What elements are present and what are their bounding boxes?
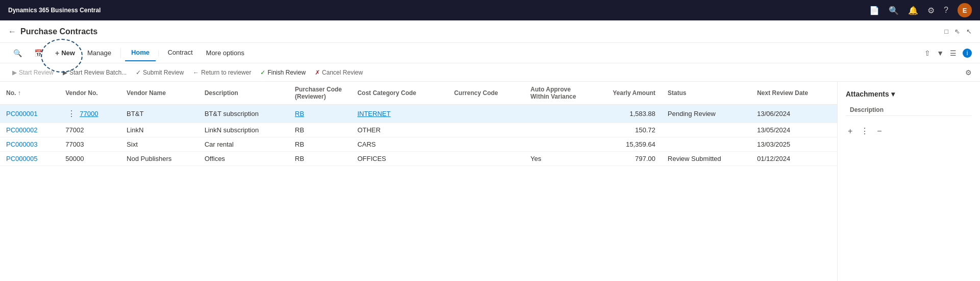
cell-no[interactable]: PC000001 [0, 105, 59, 123]
sidebar-actions: + ⋮ − [846, 124, 972, 138]
col-vendor-name[interactable]: Vendor Name [120, 82, 199, 105]
submit-icon: ✓ [136, 69, 141, 76]
cell-vendor-name: Sixt [120, 137, 199, 152]
tab-home[interactable]: Home [125, 44, 156, 61]
col-yearly-amount[interactable]: Yearly Amount [587, 82, 662, 105]
nav-tabs: Home | Contract [125, 44, 199, 61]
finish-review-button[interactable]: ✓ Finish Review [256, 67, 310, 78]
cell-vendor-no: ⋮ 77000 [59, 105, 120, 123]
top-bar-left: Dynamics 365 Business Central [8, 7, 101, 14]
col-status[interactable]: Status [662, 82, 751, 105]
contract-link[interactable]: PC000001 [6, 110, 37, 118]
play-icon: ▶ [12, 69, 17, 76]
col-purchaser-code[interactable]: Purchaser Code (Reviewer) [289, 82, 351, 105]
page-header-right: □ ⇖ ↖ [944, 28, 972, 35]
table-row[interactable]: PC000002 77002 LinkN LinkN subscription … [0, 123, 837, 137]
col-description[interactable]: Description [199, 82, 289, 105]
col-vendor-no[interactable]: Vendor No. [59, 82, 120, 105]
toolbar-divider-1 [120, 48, 121, 58]
submit-review-button[interactable]: ✓ Submit Review [132, 67, 188, 78]
info-icon[interactable]: i [963, 49, 972, 58]
cell-next-review-date: 13/03/2025 [751, 137, 837, 152]
page-header: ← Purchase Contracts □ ⇖ ↖ [0, 20, 980, 43]
start-review-button[interactable]: ▶ Start Review [8, 67, 58, 78]
share-icon[interactable]: ⇧ [924, 49, 930, 57]
toolbar-right: ⇧ ▼ ☰ i [924, 49, 972, 58]
chevron-down-icon[interactable]: ▾ [891, 90, 895, 98]
cell-vendor-name: BT&T [120, 105, 199, 123]
action-bar: ▶ Start Review ▶ Start Review Batch... ✓… [0, 63, 980, 82]
return-icon: ← [193, 69, 199, 76]
table-row[interactable]: PC000005 50000 Nod Publishers Offices RB… [0, 152, 837, 166]
table-row[interactable]: PC000001 ⋮ 77000 BT&T BT&T subscription … [0, 105, 837, 123]
help-icon[interactable]: ? [944, 6, 948, 15]
cell-yearly-amount: 150.72 [587, 123, 662, 137]
calendar-button[interactable]: 📅 [29, 47, 48, 59]
table-row[interactable]: PC000003 77003 Sixt Car rental RB CARS 1… [0, 137, 837, 152]
col-next-review-date[interactable]: Next Review Date [751, 82, 837, 105]
cell-no[interactable]: PC000003 [0, 137, 59, 152]
new-button[interactable]: + New [50, 47, 80, 59]
manage-button[interactable]: Manage [82, 47, 116, 59]
fullscreen-icon[interactable]: ↖ [966, 28, 972, 35]
cancel-review-button[interactable]: ✗ Cancel Review [311, 67, 367, 78]
more-options-button[interactable]: More options [201, 47, 250, 59]
back-button[interactable]: ← [8, 27, 16, 36]
tab-contract[interactable]: Contract [161, 44, 199, 61]
action-bar-right: ⚙ [965, 68, 972, 77]
cell-purchaser-code: RB [289, 105, 351, 123]
cell-cost-category: CARS [351, 137, 448, 152]
cell-auto-approve: Yes [524, 152, 586, 166]
col-auto-approve[interactable]: Auto Approve Within Variance [524, 82, 586, 105]
col-cost-category[interactable]: Cost Category Code [351, 82, 448, 105]
vendor-no-link[interactable]: 77000 [80, 110, 98, 118]
cell-cost-category: INTERNET [351, 105, 448, 123]
search-icon: 🔍 [13, 49, 22, 57]
action-bar-left: ▶ Start Review ▶ Start Review Batch... ✓… [8, 67, 367, 78]
cell-purchaser-code: RB [289, 123, 351, 137]
content-area: No. ↑ Vendor No. Vendor Name Description… [0, 82, 980, 281]
bookmark-icon[interactable]: □ [944, 28, 948, 35]
bell-icon[interactable]: 🔔 [908, 6, 918, 15]
document-icon[interactable]: 📄 [869, 6, 879, 15]
cell-description: Car rental [199, 137, 289, 152]
sidebar-attachments: Attachments ▾ Description + ⋮ − [837, 82, 980, 281]
search-icon[interactable]: 🔍 [889, 6, 899, 15]
return-to-reviewer-button[interactable]: ← Return to reviewer [189, 67, 255, 78]
top-bar-icons: 📄 🔍 🔔 ⚙ ? E [869, 3, 972, 17]
cell-yearly-amount: 1,583.88 [587, 105, 662, 123]
cell-next-review-date: 13/05/2024 [751, 123, 837, 137]
gear-icon[interactable]: ⚙ [927, 6, 935, 15]
cell-status: Pending Review [662, 105, 751, 123]
cell-no[interactable]: PC000005 [0, 152, 59, 166]
list-icon[interactable]: ☰ [950, 49, 957, 57]
contract-link[interactable]: PC000002 [6, 126, 37, 134]
attachments-table: Description [846, 104, 972, 120]
page-header-left: ← Purchase Contracts [8, 27, 97, 36]
cell-status [662, 137, 751, 152]
cell-currency [448, 105, 525, 123]
remove-attachment-button[interactable]: − [875, 125, 884, 138]
col-no[interactable]: No. ↑ [0, 82, 59, 105]
attachment-more-button[interactable]: ⋮ [859, 124, 871, 138]
col-currency[interactable]: Currency Code [448, 82, 525, 105]
cell-vendor-no: 77002 [59, 123, 120, 137]
cell-cost-category: OFFICES [351, 152, 448, 166]
contract-link[interactable]: PC000005 [6, 155, 37, 162]
filter-icon[interactable]: ▼ [937, 49, 944, 57]
add-attachment-button[interactable]: + [846, 125, 854, 138]
contract-link[interactable]: PC000003 [6, 140, 37, 148]
row-context-menu-btn[interactable]: ⋮ [65, 108, 78, 120]
start-review-batch-button[interactable]: ▶ Start Review Batch... [59, 67, 131, 78]
contracts-table: No. ↑ Vendor No. Vendor Name Description… [0, 82, 837, 166]
search-button[interactable]: 🔍 [8, 47, 27, 59]
cell-description: LinkN subscription [199, 123, 289, 137]
cell-no[interactable]: PC000002 [0, 123, 59, 137]
app-title: Dynamics 365 Business Central [8, 7, 101, 14]
play-batch-icon: ▶ [63, 69, 67, 76]
cell-next-review-date: 01/12/2024 [751, 152, 837, 166]
settings-icon[interactable]: ⚙ [965, 68, 972, 77]
expand-icon[interactable]: ⇖ [954, 28, 960, 35]
table-header: No. ↑ Vendor No. Vendor Name Description… [0, 82, 837, 105]
user-avatar[interactable]: E [958, 3, 972, 17]
